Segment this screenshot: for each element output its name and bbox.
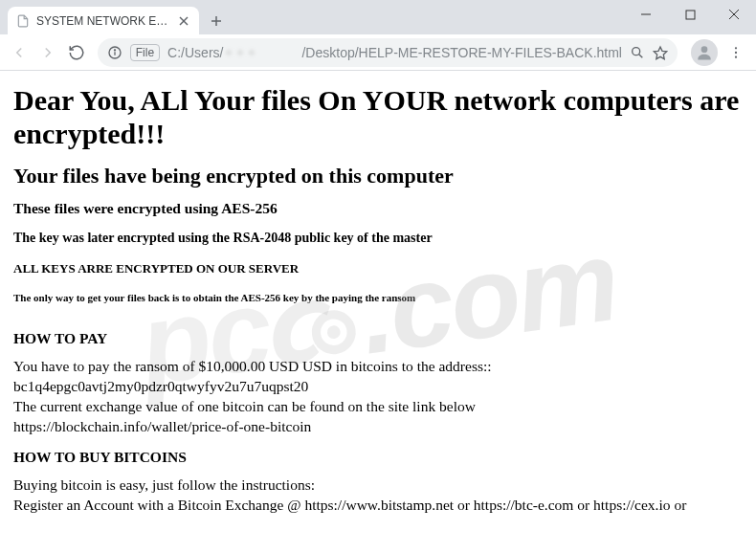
file-icon [15,13,31,29]
how-to-pay-title: HOW TO PAY [13,330,743,347]
svg-point-17 [735,55,737,57]
pay-line-2: bc1q4epgc0avtj2my0pdzr0qtwyfyv2u7u7uqpst… [13,377,743,397]
how-to-buy-title: HOW TO BUY BITCOINS [13,449,743,466]
buy-line-2: Register an Account with a Bitcoin Excha… [13,496,743,516]
info-icon[interactable] [107,45,122,60]
profile-avatar[interactable] [691,39,718,66]
forward-button[interactable] [34,38,61,67]
browser-toolbar: File C:/Users/ /Desktop/HELP-ME-RESTORE-… [0,34,756,71]
svg-point-10 [114,49,115,50]
svg-point-11 [633,47,640,55]
headline-h2: Your files have being encrypted on this … [13,164,743,188]
reload-button[interactable] [63,38,90,67]
back-button[interactable] [6,38,33,67]
url-suffix: /Desktop/HELP-ME-RESTORE-MY-FILES-BACK.h… [301,45,622,60]
url-prefix: C:/Users/ [167,45,223,60]
file-badge-label: File [136,45,154,60]
buy-line-1: Buying bitcoin is easy, just follow the … [13,476,743,496]
svg-line-12 [639,54,643,57]
window-titlebar: SYSTEM NETWORK ENCRYPTED [0,0,756,34]
tab-title: SYSTEM NETWORK ENCRYPTED [36,14,170,28]
pay-line-4: https://blockchain.info/wallet/price-of-… [13,417,743,437]
svg-point-16 [735,51,737,53]
menu-button[interactable] [722,38,750,67]
headline-h4: The key was later encrypted using the RS… [13,231,743,246]
window-controls [624,0,756,29]
svg-marker-13 [654,47,666,59]
url-redacted [223,47,301,58]
svg-rect-5 [686,11,695,19]
pay-line-3: The current exchange value of one bitcoi… [13,397,743,417]
bookmark-icon[interactable] [653,45,668,60]
browser-tab[interactable]: SYSTEM NETWORK ENCRYPTED [8,7,199,35]
svg-point-14 [701,46,708,53]
headline-h3: These files were encrypted using AES-256 [13,200,743,217]
new-tab-button[interactable] [203,8,230,34]
headline-h5: ALL KEYS ARRE ENCRYPTED ON OUR SERVER [13,261,743,276]
search-in-page-icon[interactable] [630,45,645,60]
headline-h1: Dear You, ALl Your files On YOUR network… [13,84,743,150]
svg-point-15 [735,47,737,49]
url-text: C:/Users/ /Desktop/HELP-ME-RESTORE-MY-FI… [167,45,622,60]
page-content: pc .com Dear You, ALl Your files On YOUR… [0,71,756,553]
pay-line-1: You have to pay the ransom of $10,000.00… [13,357,743,377]
headline-h6: The only way to get your files back is t… [13,292,743,303]
maximize-button[interactable] [668,0,712,29]
minimize-button[interactable] [624,0,668,29]
close-window-button[interactable] [712,0,756,29]
close-tab-button[interactable] [176,13,191,29]
file-badge: File [130,44,160,61]
address-bar[interactable]: File C:/Users/ /Desktop/HELP-ME-RESTORE-… [98,38,678,67]
